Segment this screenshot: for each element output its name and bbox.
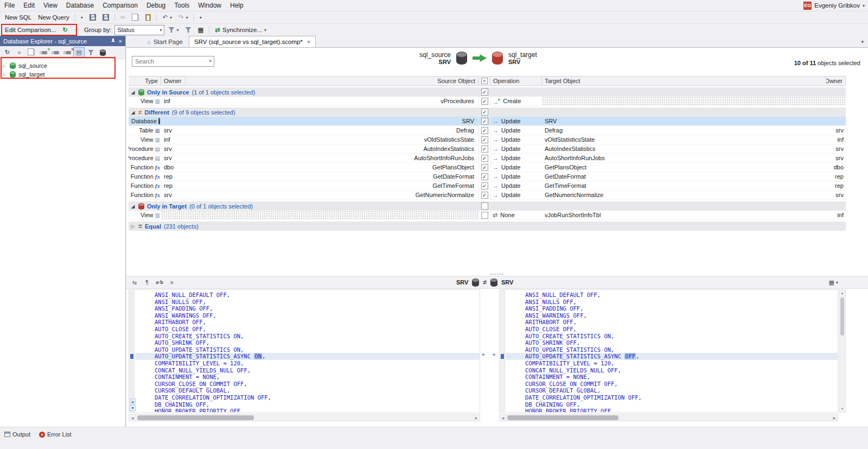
- text-compare-button[interactable]: a·b: [154, 277, 165, 288]
- new-sql-button[interactable]: New SQL: [2, 12, 34, 23]
- clear-search-icon[interactable]: ×: [209, 58, 212, 64]
- filter-button[interactable]: [182, 24, 194, 35]
- cut-button[interactable]: ✂: [118, 12, 129, 23]
- checkbox[interactable]: ✓: [481, 88, 488, 96]
- column-header-target-object[interactable]: Target Object: [542, 77, 826, 85]
- checkbox[interactable]: [481, 203, 488, 210]
- edit-comparison-button[interactable]: Edit Comparison...: [2, 24, 59, 35]
- column-header-owner[interactable]: Owner: [161, 77, 186, 85]
- filter-dropdown-button[interactable]: ▾: [165, 24, 181, 35]
- checkbox[interactable]: ✓: [481, 146, 488, 153]
- show-documents-button[interactable]: ▤: [73, 47, 85, 58]
- menu-item-comparison[interactable]: Comparison: [98, 1, 142, 10]
- new-query-button[interactable]: New Query: [35, 12, 72, 23]
- chevron-down-icon[interactable]: ▾: [836, 280, 838, 285]
- column-header-checkbox[interactable]: [478, 77, 490, 85]
- object-row[interactable]: FunctionfxdboGetPlansObject✓→UpdateGetPl…: [129, 163, 846, 172]
- checkbox[interactable]: ✓: [481, 155, 488, 162]
- pin-icon[interactable]: [111, 38, 116, 44]
- expand-icon[interactable]: ▷: [3, 64, 7, 68]
- menu-item-view[interactable]: View: [39, 1, 62, 10]
- search-input[interactable]: [132, 56, 214, 67]
- group-by-select[interactable]: Status ▾: [114, 25, 164, 35]
- object-row[interactable]: FunctionfxrepGetDateFormat✓→UpdateGetDat…: [129, 172, 846, 181]
- refresh-button[interactable]: ↻: [2, 47, 13, 58]
- menu-item-help[interactable]: Help: [226, 1, 248, 10]
- scroll-left-icon[interactable]: ◀: [129, 414, 136, 421]
- formatting-marks-button[interactable]: ¶: [142, 277, 152, 288]
- object-row[interactable]: Procedure▤srvAutoShortInfoRunJobs✓→Updat…: [129, 154, 846, 163]
- chevron-down-icon[interactable]: ▾: [863, 3, 865, 8]
- save-button[interactable]: [87, 12, 99, 23]
- checkbox[interactable]: ✓: [481, 136, 488, 143]
- scroll-up-icon[interactable]: ▲: [839, 290, 845, 296]
- horizontal-splitter[interactable]: [126, 271, 868, 276]
- tab[interactable]: ⌂Start Page: [142, 36, 188, 47]
- menu-item-tools[interactable]: Tools: [170, 1, 194, 10]
- tab-list-dropdown-icon[interactable]: ▾: [861, 39, 864, 45]
- group-header[interactable]: ▷=Equal(231 objects): [129, 222, 846, 231]
- redo-button[interactable]: ↷▾: [176, 12, 191, 23]
- scrollbar-thumb[interactable]: [507, 415, 618, 420]
- column-header-type[interactable]: Type: [129, 77, 161, 85]
- error-list-tab[interactable]: Error List: [39, 429, 72, 439]
- line-mode-button[interactable]: ≡: [167, 277, 177, 288]
- column-header-source-object[interactable]: Source Object: [186, 77, 478, 85]
- menu-item-database[interactable]: Database: [62, 1, 98, 10]
- expand-icon[interactable]: ◢: [130, 110, 136, 115]
- checkbox[interactable]: ✓: [481, 173, 488, 180]
- swap-panels-button[interactable]: ⇆: [129, 277, 140, 288]
- object-row[interactable]: Table▦srvDefrag✓→UpdateDefragsrv: [129, 126, 846, 135]
- expand-icon[interactable]: ◢: [130, 204, 136, 209]
- object-row[interactable]: DatabaseSRV✓→UpdateSRV: [129, 117, 846, 126]
- checkbox[interactable]: ✓: [481, 182, 488, 189]
- object-row[interactable]: Procedure▤srvAutoIndexStatistics✓→Update…: [129, 144, 846, 154]
- scrollbar-thumb[interactable]: [840, 298, 844, 336]
- select-all-checkbox[interactable]: [481, 78, 488, 84]
- column-header-operation[interactable]: Operation: [490, 77, 542, 85]
- group-header[interactable]: ◢≠Different(9 of 9 objects selected)✓: [129, 107, 846, 117]
- group-header[interactable]: ◢Only in Source(1 of 1 objects selected)…: [129, 87, 846, 97]
- user-account[interactable]: EG Evgeniy Gribkov ▾: [803, 0, 865, 11]
- duplicate-button[interactable]: [25, 47, 37, 58]
- scroll-right-icon[interactable]: ▶: [473, 414, 480, 421]
- object-row[interactable]: View▥infvProcedures✓→+Create: [129, 97, 846, 106]
- stop-comparison-button[interactable]: ×: [72, 24, 81, 35]
- delete-connection-button[interactable]: ×: [14, 47, 25, 58]
- previous-difference-button[interactable]: ▲: [130, 399, 136, 404]
- object-row[interactable]: FunctionfxsrvGetNumericNormalize✓→Update…: [129, 191, 846, 200]
- object-row[interactable]: FunctionfxrepGetTimeFormat✓→UpdateGetTim…: [129, 181, 846, 191]
- group-header[interactable]: ◢Only in Target(0 of 1 objects selected): [129, 201, 846, 211]
- grid-view-icon[interactable]: ▦: [829, 279, 834, 286]
- scroll-down-icon[interactable]: ▼: [839, 406, 845, 412]
- tree-node-sql_target[interactable]: ▷sql_target: [0, 70, 125, 79]
- disconnect-button[interactable]: [61, 47, 73, 58]
- tab-active[interactable]: SRV (sql_source vs sql_target).scomp*×: [189, 36, 316, 47]
- expand-icon[interactable]: ▷: [130, 224, 136, 229]
- expand-icon[interactable]: ◢: [130, 90, 136, 95]
- menu-item-edit[interactable]: Edit: [19, 1, 39, 10]
- scroll-right-icon[interactable]: ▶: [831, 414, 838, 421]
- new-document-button[interactable]: ▾: [78, 12, 86, 23]
- menu-item-debug[interactable]: Debug: [142, 1, 170, 10]
- object-row[interactable]: View▥⇄NonevJobRunShortInfoTblinf: [129, 211, 846, 220]
- filter-button[interactable]: [85, 47, 97, 58]
- paste-button[interactable]: [143, 12, 154, 23]
- synchronize-button[interactable]: ⇄Synchronize...▾: [212, 24, 269, 35]
- horizontal-scrollbar-left[interactable]: ◀ ▶: [129, 414, 480, 421]
- close-icon[interactable]: ×: [119, 38, 122, 45]
- database-view-button[interactable]: [97, 47, 108, 58]
- menu-item-window[interactable]: Window: [194, 1, 226, 10]
- output-tab[interactable]: Output: [4, 429, 30, 439]
- scrollbar-thumb[interactable]: [137, 415, 254, 420]
- columns-button[interactable]: ▦: [195, 24, 206, 35]
- tree-node-sql_source[interactable]: ▷sql_source: [0, 61, 125, 70]
- save-all-button[interactable]: [100, 12, 112, 23]
- vertical-scrollbar[interactable]: ▲ ▼: [839, 289, 846, 413]
- checkbox[interactable]: ✓: [481, 164, 488, 171]
- checkbox[interactable]: [481, 212, 488, 219]
- expand-icon[interactable]: ▷: [3, 72, 7, 77]
- horizontal-scrollbar-right[interactable]: ◀ ▶: [499, 414, 838, 421]
- checkbox[interactable]: ✓: [481, 192, 488, 199]
- sql-source-editor[interactable]: ANSI_NULL_DEFAULT OFF,ANSI_NULLS OFF,ANS…: [129, 289, 480, 413]
